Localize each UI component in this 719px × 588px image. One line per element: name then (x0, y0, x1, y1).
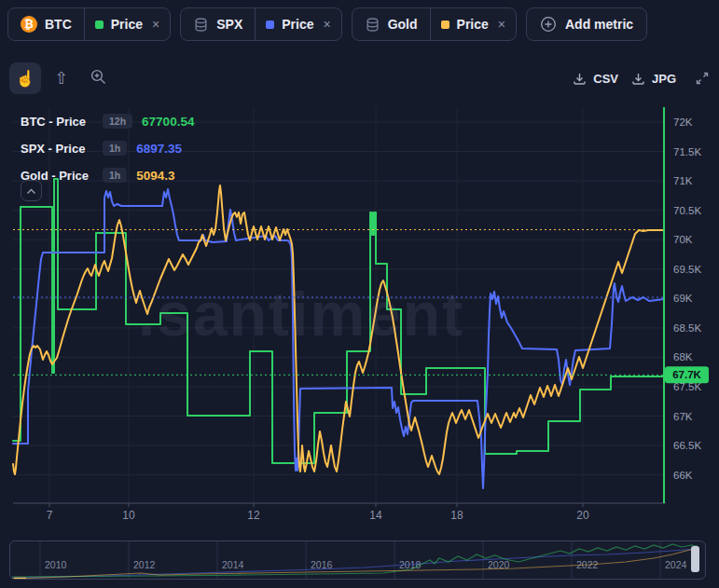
current-value-text: 67.7K (672, 369, 701, 380)
minimap-year-label: 2014 (222, 559, 244, 570)
gold-price-line (13, 185, 664, 474)
minimap-year-label: 2010 (45, 559, 67, 570)
y-axis-label: 69.5K (673, 264, 701, 275)
minimap-canvas: 20102012201420162018202020222024 (10, 541, 705, 579)
y-axis-label: 72K (673, 116, 693, 128)
legend-value: 6897.35 (136, 142, 182, 156)
y-axis-label: 68.5K (673, 322, 701, 334)
collapse-legend-button[interactable] (21, 180, 42, 201)
y-axis-label: 71.5K (673, 146, 701, 157)
interval-badge[interactable]: 1h (103, 141, 127, 156)
x-axis-label: 10 (122, 509, 135, 522)
legend-label: BTC - Price (21, 115, 93, 129)
y-axis-label: 66K (673, 470, 693, 481)
chevron-up-icon (26, 184, 36, 198)
legend-row-btc[interactable]: BTC - Price 12h 67700.54 (21, 111, 194, 131)
y-axis-label: 70.5K (673, 205, 701, 216)
legend-label: SPX - Price (21, 142, 93, 156)
x-axis-label: 14 (369, 509, 382, 522)
chart-legend: BTC - Price 12h 67700.54 SPX - Price 1h … (21, 111, 194, 192)
spx-price-line (13, 189, 664, 488)
y-axis-label: 67K (673, 411, 693, 422)
y-axis-label: 71K (673, 175, 693, 186)
minimap-scroll-handle[interactable] (691, 546, 699, 572)
x-axis-label: 12 (247, 509, 260, 522)
legend-row-gold[interactable]: Gold - Price 1h 5094.3 (21, 165, 194, 185)
btc-price-line (13, 179, 664, 463)
legend-value: 67700.54 (142, 115, 194, 129)
santiment-chart-app: ₿ BTC Price × SPX (0, 0, 719, 588)
interval-badge[interactable]: 1h (103, 168, 127, 183)
y-axis-label: 70K (673, 234, 693, 245)
legend-value: 5094.3 (136, 169, 174, 183)
x-axis-label: 20 (576, 509, 589, 522)
minimap-year-label: 2024 (665, 559, 687, 570)
y-axis-label: 66.5K (673, 440, 701, 451)
x-axis-label: 7 (47, 509, 53, 522)
x-axis-label: 18 (450, 509, 463, 522)
timeline-minimap[interactable]: 20102012201420162018202020222024 (9, 540, 706, 580)
y-axis-label: 69K (673, 293, 693, 304)
legend-row-spx[interactable]: SPX - Price 1h 6897.35 (21, 138, 194, 158)
minimap-year-label: 2012 (133, 559, 156, 570)
interval-badge[interactable]: 12h (103, 114, 132, 129)
price-chart[interactable]: 7101214182072K71.5K71K70.5K70K69.5K69K68… (0, 0, 719, 536)
y-axis-label: 68K (673, 351, 693, 362)
